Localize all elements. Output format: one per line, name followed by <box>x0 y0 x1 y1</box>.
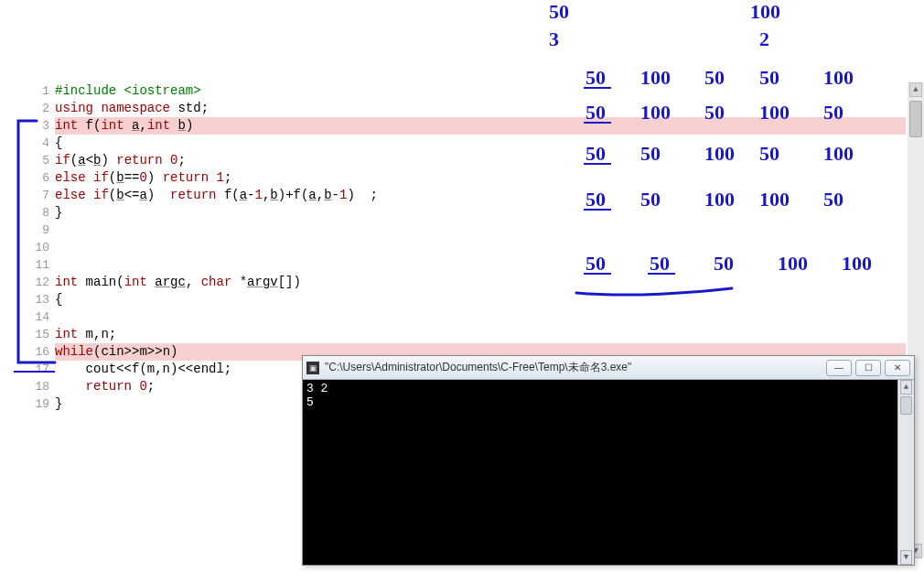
line-number: 10 <box>27 239 55 256</box>
line-number: 9 <box>27 222 55 239</box>
minimize-button[interactable]: — <box>826 360 852 376</box>
line-number: 12 <box>27 274 55 291</box>
code-content[interactable]: int f(int a,int b) <box>55 117 906 135</box>
console-scroll-up[interactable]: ▲ <box>900 380 912 395</box>
svg-text:50: 50 <box>549 0 569 23</box>
console-scrollbar[interactable]: ▲ ▼ <box>897 380 914 565</box>
code-line[interactable]: 14 <box>27 308 906 326</box>
code-content[interactable]: using namespace std; <box>55 100 906 117</box>
code-line[interactable]: 11 <box>27 256 906 274</box>
line-number: 15 <box>27 326 55 343</box>
svg-text:2: 2 <box>759 27 769 50</box>
code-line[interactable]: 5if(a<b) return 0; <box>27 152 906 169</box>
code-content[interactable] <box>55 256 906 274</box>
code-content[interactable]: { <box>55 291 906 308</box>
code-content[interactable] <box>55 239 906 256</box>
code-line[interactable]: 1#include <iostream> <box>27 82 906 100</box>
code-content[interactable]: { <box>55 135 906 152</box>
console-output[interactable]: 3 2 5 <box>303 380 897 565</box>
line-number: 4 <box>27 135 55 152</box>
line-number: 16 <box>27 343 55 361</box>
line-number: 18 <box>27 378 55 395</box>
scroll-up-arrow[interactable]: ▲ <box>909 82 922 97</box>
line-number: 1 <box>27 82 55 100</box>
code-line[interactable]: 6else if(b==0) return 1; <box>27 169 906 187</box>
svg-text:100: 100 <box>750 0 780 23</box>
code-line[interactable]: 10 <box>27 239 906 256</box>
line-number: 19 <box>27 395 55 413</box>
console-scroll-thumb[interactable] <box>900 396 912 415</box>
code-content[interactable]: int m,n; <box>55 326 906 343</box>
line-number: 7 <box>27 187 55 204</box>
console-window: ▣ "C:\Users\Administrator\Documents\C-Fr… <box>302 355 915 566</box>
code-content[interactable]: #include <iostream> <box>55 82 906 100</box>
console-title: "C:\Users\Administrator\Documents\C-Free… <box>325 360 826 375</box>
console-titlebar[interactable]: ▣ "C:\Users\Administrator\Documents\C-Fr… <box>303 356 914 380</box>
line-number: 6 <box>27 169 55 187</box>
code-line[interactable]: 15int m,n; <box>27 326 906 343</box>
line-number: 3 <box>27 117 55 135</box>
code-content[interactable] <box>55 222 906 239</box>
code-line[interactable]: 8} <box>27 204 906 222</box>
code-line[interactable]: 4{ <box>27 135 906 152</box>
code-line[interactable]: 3int f(int a,int b) <box>27 117 906 135</box>
line-number: 2 <box>27 100 55 117</box>
code-content[interactable]: if(a<b) return 0; <box>55 152 906 169</box>
code-content[interactable] <box>55 308 906 326</box>
code-line[interactable]: 2using namespace std; <box>27 100 906 117</box>
code-content[interactable]: else if(b==0) return 1; <box>55 169 906 187</box>
code-line[interactable]: 9 <box>27 222 906 239</box>
svg-text:3: 3 <box>549 27 559 50</box>
line-number: 13 <box>27 291 55 308</box>
line-number: 17 <box>27 361 55 378</box>
line-number: 5 <box>27 152 55 169</box>
line-number: 14 <box>27 308 55 326</box>
console-icon: ▣ <box>306 362 319 374</box>
code-content[interactable]: else if(b<=a) return f(a-1,b)+f(a,b-1) ; <box>55 187 906 204</box>
code-line[interactable]: 13{ <box>27 291 906 308</box>
console-scroll-down[interactable]: ▼ <box>900 550 912 565</box>
line-number: 11 <box>27 256 55 274</box>
scroll-thumb[interactable] <box>909 101 922 137</box>
line-number: 8 <box>27 204 55 222</box>
code-line[interactable]: 7else if(b<=a) return f(a-1,b)+f(a,b-1) … <box>27 187 906 204</box>
close-button[interactable]: ✕ <box>885 360 910 376</box>
code-content[interactable]: int main(int argc, char *argv[]) <box>55 274 906 291</box>
code-content[interactable]: } <box>55 204 906 222</box>
code-line[interactable]: 12int main(int argc, char *argv[]) <box>27 274 906 291</box>
maximize-button[interactable]: ☐ <box>855 360 881 376</box>
